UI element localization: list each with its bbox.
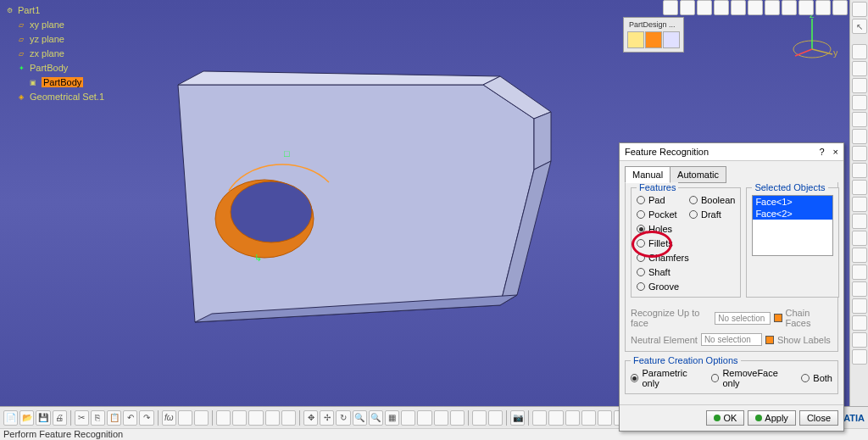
radio-draft[interactable]: Draft — [689, 209, 735, 220]
btool[interactable] — [434, 410, 448, 426]
btool-print[interactable]: 🖨 — [53, 410, 67, 426]
btool[interactable] — [178, 410, 192, 426]
rtool[interactable] — [852, 180, 867, 195]
top-tool[interactable] — [815, 0, 831, 15]
rtool[interactable] — [852, 44, 867, 59]
top-tool[interactable] — [765, 0, 780, 15]
specification-tree[interactable]: ⚙Part1 ▱xy plane ▱yz plane ▱zx plane ✦Pa… — [3, 3, 104, 104]
rtool[interactable] — [852, 78, 867, 93]
rtool[interactable] — [852, 231, 867, 246]
btool[interactable] — [450, 410, 465, 426]
selected-objects-list[interactable]: Face<1> Face<2> — [752, 195, 833, 256]
show-labels-check[interactable]: Show Labels — [765, 335, 831, 345]
btool[interactable] — [532, 410, 547, 426]
btool-zoomout[interactable]: 🔍 — [369, 410, 383, 426]
btool[interactable] — [488, 410, 503, 426]
btool-cut[interactable]: ✂ — [75, 410, 89, 426]
top-tool[interactable] — [832, 0, 848, 15]
floating-toolbar[interactable]: PartDesign ... — [623, 17, 684, 53]
radio-shaft[interactable]: Shaft — [637, 267, 689, 277]
btool[interactable] — [417, 410, 431, 426]
btool-undo[interactable]: ↶ — [123, 410, 137, 426]
btool[interactable] — [248, 410, 263, 426]
rtool[interactable] — [852, 248, 867, 263]
chain-faces-check[interactable]: Chain Faces — [774, 308, 832, 328]
radio-fillets[interactable]: Fillets — [637, 238, 689, 248]
btool-save[interactable]: 💾 — [36, 410, 50, 426]
btool-fit[interactable]: ✥ — [303, 410, 318, 426]
rtool[interactable] — [852, 315, 867, 331]
btool[interactable] — [401, 410, 415, 426]
top-tool[interactable] — [782, 0, 797, 15]
rtool[interactable] — [852, 129, 867, 144]
top-tool[interactable] — [697, 0, 712, 15]
rtool[interactable]: ↖ — [852, 19, 867, 34]
btool-fx[interactable]: fω — [162, 410, 176, 426]
top-tool[interactable] — [748, 0, 763, 15]
close-button[interactable]: Close — [799, 410, 838, 426]
rtool[interactable] — [852, 298, 867, 314]
top-tool[interactable] — [680, 0, 695, 15]
dialog-titlebar[interactable]: Feature Recognition ? × — [620, 143, 843, 161]
btool-copy[interactable]: ⎘ — [91, 410, 105, 426]
rtool[interactable] — [852, 281, 867, 297]
btool-camera[interactable]: 📷 — [510, 410, 525, 426]
btool-open[interactable]: 📂 — [19, 410, 34, 426]
btool-pan[interactable]: ✢ — [320, 410, 334, 426]
tree-zx-plane[interactable]: ▱zx plane — [15, 47, 104, 60]
rtool[interactable] — [852, 349, 867, 365]
tree-partbody[interactable]: ✦PartBody — [15, 61, 104, 75]
float-tool-2[interactable] — [645, 31, 662, 48]
rtool[interactable] — [852, 61, 867, 76]
btool-zoomin[interactable]: 🔍 — [353, 410, 367, 426]
selected-face-2[interactable]: Face<2> — [753, 208, 832, 220]
tree-yz-plane[interactable]: ▱yz plane — [15, 32, 104, 46]
rtool[interactable] — [852, 95, 867, 110]
ok-button[interactable]: OK — [706, 410, 744, 426]
rtool[interactable] — [852, 265, 867, 280]
tab-automatic[interactable]: Automatic — [670, 166, 726, 183]
btool[interactable] — [565, 410, 580, 426]
tree-partbody-child[interactable]: ▣PartBody — [27, 75, 104, 89]
rtool[interactable] — [852, 197, 867, 212]
recognize-upto-field[interactable]: No selection — [715, 312, 771, 325]
tree-geomset[interactable]: ◈Geometrical Set.1 — [15, 90, 104, 103]
tab-manual[interactable]: Manual — [625, 166, 670, 183]
help-icon[interactable]: ? — [819, 147, 824, 157]
tree-root[interactable]: ⚙Part1 — [3, 3, 104, 17]
radio-chamfers[interactable]: Chamfers — [637, 253, 689, 263]
radio-holes[interactable]: Holes — [637, 224, 689, 234]
btool[interactable] — [216, 410, 231, 426]
radio-pad[interactable]: Pad — [637, 195, 689, 205]
float-tool-1[interactable] — [627, 31, 644, 48]
btool[interactable] — [194, 410, 209, 426]
radio-groove[interactable]: Groove — [637, 281, 689, 292]
top-tool[interactable] — [798, 0, 814, 15]
btool-paste[interactable]: 📋 — [107, 410, 121, 426]
radio-removeface[interactable]: RemoveFace only — [711, 368, 793, 388]
compass[interactable]: z y — [787, 12, 837, 63]
rtool[interactable] — [852, 112, 867, 127]
btool[interactable] — [472, 410, 487, 426]
selected-face-1[interactable]: Face<1> — [753, 196, 832, 208]
top-tool[interactable] — [731, 0, 746, 15]
apply-button[interactable]: Apply — [748, 410, 796, 426]
btool[interactable] — [232, 410, 247, 426]
btool-redo[interactable]: ↷ — [139, 410, 153, 426]
radio-boolean[interactable]: Boolean — [689, 195, 735, 205]
rtool[interactable] — [852, 214, 867, 229]
radio-parametric[interactable]: Parametric only — [631, 368, 703, 388]
top-tool[interactable] — [663, 0, 678, 15]
part-model[interactable]: □ ↳ — [127, 34, 602, 365]
btool[interactable] — [281, 410, 296, 426]
rtool[interactable] — [852, 146, 867, 161]
radio-both[interactable]: Both — [801, 368, 832, 388]
neutral-element-field[interactable]: No selection — [701, 333, 762, 346]
btool[interactable] — [581, 410, 596, 426]
rtool[interactable] — [852, 332, 867, 348]
tree-xy-plane[interactable]: ▱xy plane — [15, 18, 104, 31]
close-icon[interactable]: × — [833, 147, 838, 157]
radio-pocket[interactable]: Pocket — [637, 209, 689, 220]
btool[interactable] — [265, 410, 280, 426]
rtool[interactable] — [852, 163, 867, 178]
